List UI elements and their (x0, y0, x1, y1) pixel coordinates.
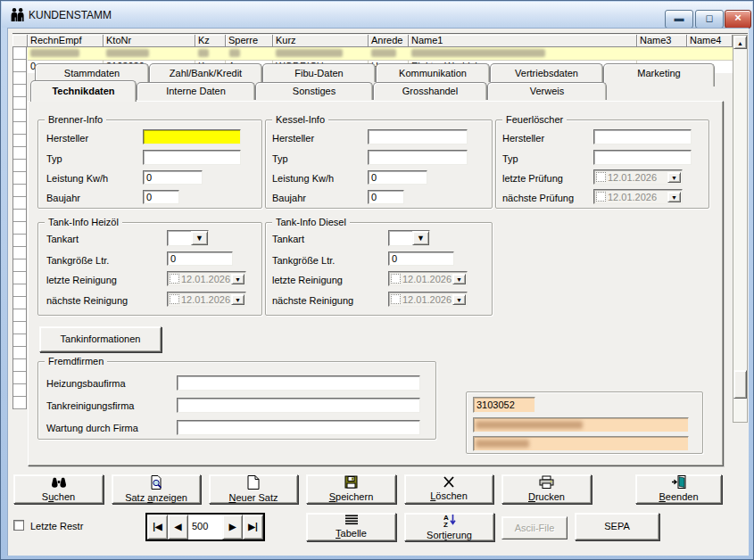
neuer-satz-button[interactable]: Neuer Satz (209, 474, 298, 504)
tab-sonstiges[interactable]: Sonstiges (255, 82, 373, 100)
column-header-sperre[interactable]: Sperre (226, 35, 273, 47)
tabelle-button[interactable]: Tabelle (306, 513, 396, 541)
chevron-down-icon[interactable]: ▼ (231, 274, 244, 284)
drucken-button[interactable]: Drucken (501, 474, 592, 504)
tankinformationen-button[interactable]: Tankinformationen (39, 326, 162, 352)
heizoel-letzte-reinigung-datepicker[interactable]: 12.01.2026 ▼ (167, 271, 246, 286)
chevron-down-icon[interactable]: ▼ (412, 231, 429, 245)
redacted-cell (276, 49, 343, 57)
date-checkbox[interactable] (170, 294, 179, 304)
date-checkbox[interactable] (391, 274, 401, 284)
wartung-durch-firma-input[interactable] (177, 420, 420, 435)
speichern-button[interactable]: Speichern (306, 474, 396, 504)
tab-zahl-bank-kredit[interactable]: Zahl/Bank/Kredit (149, 63, 262, 82)
grid-row-selected[interactable] (28, 47, 733, 61)
field-label: Hersteller (272, 132, 314, 144)
field-label: letzte Reinigung (272, 274, 343, 286)
beenden-button[interactable]: Beenden (635, 474, 722, 504)
close-button[interactable]: × (725, 10, 751, 29)
first-record-button[interactable]: |◀ (147, 515, 168, 539)
brenner-typ-input[interactable] (143, 150, 241, 165)
chevron-down-icon[interactable]: ▼ (231, 294, 244, 305)
chevron-down-icon[interactable]: ▼ (667, 172, 681, 183)
date-checkbox[interactable] (170, 274, 179, 284)
naechste-pruefung-datepicker[interactable]: 12.01.2026 ▼ (593, 189, 683, 204)
restore-button[interactable]: ◻ (695, 10, 724, 29)
suchen-button[interactable]: Suchen (13, 474, 104, 504)
checkbox-label: Letzte Restr (30, 520, 83, 532)
date-value: 12.01.2026 (608, 172, 667, 183)
diesel-tankgroesse-input[interactable]: 0 (388, 251, 454, 266)
brenner-leistung-input[interactable]: 0 (143, 170, 203, 185)
satz-anzeigen-button[interactable]: Satz anzeigen (112, 474, 201, 504)
column-header-kz[interactable]: Kz (195, 35, 226, 47)
column-header-name1[interactable]: Name1 (409, 35, 637, 47)
view-record-icon (149, 475, 163, 491)
brenner-baujahr-input[interactable]: 0 (143, 190, 179, 204)
grid-scrollbar[interactable]: ▲ (733, 35, 748, 423)
tab-vertriebsdaten[interactable]: Vertriebsdaten (490, 63, 603, 82)
chevron-down-icon[interactable]: ▼ (452, 294, 466, 305)
letzte-restr-checkbox[interactable] (13, 520, 24, 531)
scrollbar-thumb[interactable] (733, 370, 747, 399)
button-label: Tankinformationen (61, 334, 141, 345)
kessel-typ-input[interactable] (368, 150, 468, 165)
chevron-down-icon[interactable]: ▼ (452, 274, 466, 284)
tab-kommunikation[interactable]: Kommunikation (376, 63, 490, 82)
diesel-naechste-reinigung-datepicker[interactable]: 12.01.2026 ▼ (388, 292, 468, 307)
heizungsbaufirma-input[interactable] (177, 375, 420, 391)
scroll-up-button[interactable]: ▲ (733, 36, 747, 49)
loeschen-button[interactable]: Löschen (404, 474, 493, 504)
feuerloescher-typ-input[interactable] (593, 150, 692, 165)
diesel-letzte-reinigung-datepicker[interactable]: 12.01.2026 ▼ (388, 271, 468, 286)
button-label: Neuer Satz (228, 492, 278, 504)
date-checkbox[interactable] (391, 294, 401, 304)
sort-az-icon: AZ (443, 513, 457, 529)
sortierung-button[interactable]: AZ Sortierung (404, 513, 494, 541)
window-title: KUNDENSTAMM (29, 9, 112, 21)
date-checkbox[interactable] (596, 172, 606, 182)
tab-fibu-daten[interactable]: Fibu-Daten (262, 63, 376, 82)
heizoel-naechste-reinigung-datepicker[interactable]: 12.01.2026 ▼ (167, 292, 246, 307)
column-header-name3[interactable]: Name3 (637, 35, 687, 47)
column-header-rechnempf[interactable]: RechnEmpf (28, 35, 104, 47)
tab-technikdaten[interactable]: Technikdaten (30, 80, 137, 102)
chevron-down-icon[interactable]: ▼ (191, 231, 208, 245)
field-label: Wartung durch Firma (46, 422, 138, 434)
kessel-leistung-input[interactable]: 0 (368, 170, 427, 185)
groupbox-title: Fremdfirmen (45, 355, 107, 367)
column-header-anrede[interactable]: Anrede (369, 35, 409, 47)
chevron-down-icon[interactable]: ▼ (667, 192, 681, 202)
last-record-button[interactable]: ▶| (243, 515, 263, 539)
field-label: Leistung Kw/h (272, 172, 334, 185)
previous-record-button[interactable]: ◀ (168, 515, 188, 539)
diesel-tankart-combobox[interactable]: ▼ (388, 230, 430, 246)
letzte-pruefung-datepicker[interactable]: 12.01.2026 ▼ (593, 169, 683, 185)
tankreinigungsfirma-input[interactable] (177, 398, 420, 413)
tab-grosshandel[interactable]: Grosshandel (373, 82, 487, 100)
brenner-hersteller-input[interactable] (143, 129, 241, 144)
heizoel-tankgroesse-input[interactable]: 0 (167, 251, 233, 266)
column-header-ktonr[interactable]: KtoNr (104, 35, 195, 47)
groupbox-title: Feuerlöscher (502, 113, 567, 126)
save-icon (344, 475, 358, 490)
button-label: Satz anzeigen (125, 492, 187, 504)
tab-stammdaten[interactable]: Stammdaten (35, 63, 149, 82)
tab-interne-daten[interactable]: Interne Daten (137, 82, 255, 100)
column-header-kurz[interactable]: Kurz (273, 35, 369, 47)
feuerloescher-hersteller-input[interactable] (593, 129, 692, 144)
tab-marketing[interactable]: Marketing (603, 63, 715, 86)
window-frame: KUNDENSTAMM ▬ ◻ × RechnEmpf KtoNr Kz Spe… (0, 0, 754, 560)
field-label: letzte Reinigung (46, 274, 117, 286)
kessel-baujahr-input[interactable]: 0 (368, 190, 404, 204)
record-number-input[interactable]: 500 (188, 515, 222, 539)
sepa-button[interactable]: SEPA (575, 513, 659, 540)
kessel-hersteller-input[interactable] (368, 129, 468, 144)
date-checkbox[interactable] (596, 192, 606, 202)
field-label: Tankgröße Ltr. (272, 254, 335, 267)
tab-verweis[interactable]: Verweis (487, 82, 607, 100)
minimize-button[interactable]: ▬ (665, 10, 693, 29)
column-header-name4[interactable]: Name4 (687, 35, 733, 47)
next-record-button[interactable]: ▶ (222, 515, 243, 539)
heizoel-tankart-combobox[interactable]: ▼ (167, 230, 209, 246)
